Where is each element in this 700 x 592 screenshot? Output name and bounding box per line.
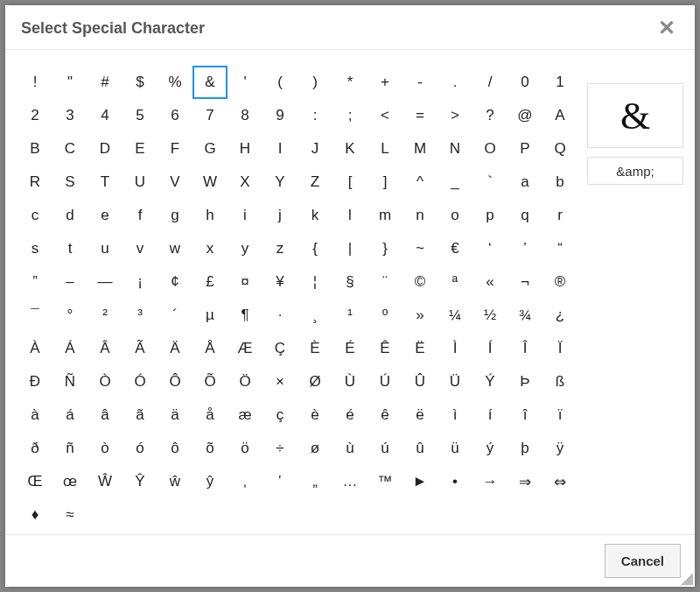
char-cell[interactable]: €: [438, 232, 472, 265]
char-cell[interactable]: ï: [542, 398, 578, 432]
char-cell[interactable]: g: [158, 199, 192, 232]
char-cell[interactable]: ã: [122, 398, 158, 432]
char-cell[interactable]: d: [52, 199, 88, 232]
char-cell[interactable]: ►: [402, 465, 438, 498]
char-cell[interactable]: Z: [298, 166, 332, 199]
char-cell[interactable]: (: [262, 66, 298, 99]
char-cell[interactable]: ù: [332, 432, 368, 465]
char-cell[interactable]: Œ: [18, 465, 52, 498]
char-cell[interactable]: e: [88, 199, 122, 232]
char-cell[interactable]: °: [52, 299, 88, 332]
char-cell[interactable]: Å: [192, 332, 228, 365]
char-cell[interactable]: ‘: [472, 232, 508, 265]
char-cell[interactable]: Ò: [88, 365, 122, 398]
char-cell[interactable]: Ŷ: [122, 465, 158, 498]
char-cell[interactable]: Õ: [192, 365, 228, 398]
char-cell[interactable]: l: [332, 199, 368, 232]
char-cell[interactable]: ê: [368, 398, 402, 432]
char-cell[interactable]: T: [88, 166, 122, 199]
char-cell[interactable]: +: [368, 66, 402, 99]
char-cell[interactable]: &: [192, 66, 228, 99]
char-cell[interactable]: Æ: [228, 332, 262, 365]
char-cell[interactable]: Í: [472, 332, 508, 365]
char-cell[interactable]: „: [298, 465, 332, 498]
char-cell[interactable]: ¸: [298, 299, 332, 332]
char-cell[interactable]: Ä: [158, 332, 192, 365]
char-cell[interactable]: _: [438, 166, 472, 199]
char-cell[interactable]: H: [228, 132, 262, 166]
char-cell[interactable]: X: [228, 166, 262, 199]
char-cell[interactable]: ©: [402, 265, 438, 299]
char-cell[interactable]: »: [402, 299, 438, 332]
char-cell[interactable]: [: [332, 166, 368, 199]
char-cell[interactable]: 1: [542, 66, 578, 99]
char-cell[interactable]: a: [508, 166, 542, 199]
char-cell[interactable]: ð: [18, 432, 52, 465]
char-cell[interactable]: b: [542, 166, 578, 199]
char-cell[interactable]: ⇔: [542, 465, 578, 498]
char-cell[interactable]: -: [402, 66, 438, 99]
resize-grip[interactable]: [681, 573, 693, 585]
char-cell[interactable]: Ö: [228, 365, 262, 398]
char-cell[interactable]: ~: [402, 232, 438, 265]
char-cell[interactable]: ŵ: [158, 465, 192, 498]
close-icon[interactable]: ✕: [654, 18, 679, 39]
char-cell[interactable]: Ê: [368, 332, 402, 365]
char-cell[interactable]: O: [472, 132, 508, 166]
char-cell[interactable]: —: [88, 265, 122, 299]
char-cell[interactable]: k: [298, 199, 332, 232]
char-cell[interactable]: Ë: [402, 332, 438, 365]
char-cell[interactable]: á: [52, 398, 88, 432]
char-cell[interactable]: ì: [438, 398, 472, 432]
char-cell[interactable]: B: [18, 132, 52, 166]
char-cell[interactable]: æ: [228, 398, 262, 432]
char-cell[interactable]: @: [508, 99, 542, 132]
char-cell[interactable]: ¥: [262, 265, 298, 299]
char-cell[interactable]: ‚: [228, 465, 262, 498]
char-cell[interactable]: ü: [438, 432, 472, 465]
char-cell[interactable]: Á: [52, 332, 88, 365]
char-cell[interactable]: À: [18, 332, 52, 365]
char-cell[interactable]: t: [52, 232, 88, 265]
char-cell[interactable]: V: [158, 166, 192, 199]
char-cell[interactable]: ë: [402, 398, 438, 432]
char-cell[interactable]: 0: [508, 66, 542, 99]
char-cell[interactable]: Y: [262, 166, 298, 199]
char-cell[interactable]: n: [402, 199, 438, 232]
char-cell[interactable]: s: [18, 232, 52, 265]
char-cell[interactable]: þ: [508, 432, 542, 465]
char-cell[interactable]: â: [88, 398, 122, 432]
char-cell[interactable]: ¨: [368, 265, 402, 299]
char-cell[interactable]: ò: [88, 432, 122, 465]
char-cell[interactable]: ñ: [52, 432, 88, 465]
char-cell[interactable]: ': [228, 66, 262, 99]
char-cell[interactable]: Û: [402, 365, 438, 398]
char-cell[interactable]: ?: [472, 99, 508, 132]
char-cell[interactable]: !: [18, 66, 52, 99]
char-cell[interactable]: Ó: [122, 365, 158, 398]
char-cell[interactable]: ;: [332, 99, 368, 132]
char-cell[interactable]: ¬: [508, 265, 542, 299]
char-cell[interactable]: w: [158, 232, 192, 265]
char-cell[interactable]: {: [298, 232, 332, 265]
char-cell[interactable]: 8: [228, 99, 262, 132]
char-cell[interactable]: x: [192, 232, 228, 265]
char-cell[interactable]: ª: [438, 265, 472, 299]
char-cell[interactable]: Ý: [472, 365, 508, 398]
char-cell[interactable]: i: [228, 199, 262, 232]
char-cell[interactable]: Þ: [508, 365, 542, 398]
char-cell[interactable]: ¦: [298, 265, 332, 299]
char-cell[interactable]: ): [298, 66, 332, 99]
char-cell[interactable]: µ: [192, 299, 228, 332]
char-cell[interactable]: ×: [262, 365, 298, 398]
char-cell[interactable]: ®: [542, 265, 578, 299]
char-cell[interactable]: C: [52, 132, 88, 166]
char-cell[interactable]: ¹: [332, 299, 368, 332]
char-cell[interactable]: Ú: [368, 365, 402, 398]
char-cell[interactable]: ^: [402, 166, 438, 199]
char-cell[interactable]: ": [52, 66, 88, 99]
char-cell[interactable]: `: [472, 166, 508, 199]
char-cell[interactable]: ⇒: [508, 465, 542, 498]
char-cell[interactable]: î: [508, 398, 542, 432]
char-cell[interactable]: 7: [192, 99, 228, 132]
